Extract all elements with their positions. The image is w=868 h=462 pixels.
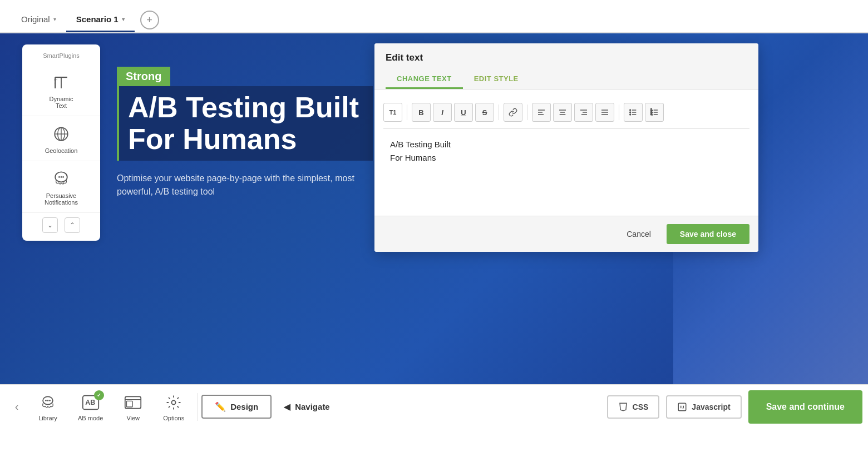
- modal-tabs: CHANGE TEXT EDIT STYLE: [386, 70, 747, 89]
- svg-point-37: [45, 400, 47, 401]
- editor-toolbar: T1 B I U S: [383, 98, 749, 129]
- align-left-button[interactable]: [532, 103, 551, 122]
- modal-title: Edit text: [386, 52, 747, 63]
- options-tool[interactable]: Options: [153, 388, 194, 426]
- options-label: Options: [163, 415, 184, 421]
- javascript-label: Javascript: [692, 403, 730, 411]
- pencil-icon: ✏️: [215, 401, 226, 412]
- canvas-area: SmartPlugins T DynamicText: [0, 33, 868, 384]
- plus-icon: +: [146, 14, 152, 26]
- ordered-list-button[interactable]: 1.2.3.: [645, 103, 664, 122]
- modal-overlay: Edit text CHANGE TEXT EDIT STYLE T1: [0, 33, 868, 384]
- view-label: View: [126, 415, 140, 421]
- svg-rect-46: [679, 403, 687, 411]
- svg-point-39: [49, 400, 51, 401]
- svg-point-27: [630, 110, 631, 111]
- view-tool[interactable]: View: [113, 388, 153, 426]
- edit-text-modal: Edit text CHANGE TEXT EDIT STYLE T1: [374, 43, 758, 252]
- library-icon: [38, 393, 58, 413]
- cancel-button[interactable]: Cancel: [618, 225, 660, 243]
- editor-content[interactable]: A/B Testing BuiltFor Humans: [383, 129, 749, 207]
- modal-header: Edit text CHANGE TEXT EDIT STYLE: [374, 43, 758, 90]
- navigate-label: Navigate: [295, 402, 330, 411]
- save-close-button[interactable]: Save and close: [667, 224, 749, 244]
- back-arrow-button[interactable]: ‹: [6, 390, 28, 424]
- toolbar-separator-1: [407, 105, 407, 120]
- options-icon: [164, 393, 184, 413]
- navigate-button[interactable]: ◀ Navigate: [272, 396, 342, 418]
- toolbar-separator-3: [527, 105, 527, 120]
- italic-button[interactable]: I: [433, 103, 452, 122]
- bottom-bar: ‹ Library AB ✓ AB mode: [0, 384, 868, 429]
- ab-mode-tool[interactable]: AB ✓ AB mode: [68, 388, 113, 426]
- toolbar-separator-2: [499, 105, 499, 120]
- underline-button[interactable]: U: [454, 103, 473, 122]
- javascript-button[interactable]: Javascript: [666, 395, 741, 419]
- css-label: CSS: [633, 403, 649, 411]
- toolbar-divider-1: [198, 393, 198, 421]
- navigate-arrow-icon: ◀: [284, 402, 290, 412]
- svg-point-38: [47, 400, 49, 401]
- add-scenario-button[interactable]: +: [140, 11, 159, 29]
- ab-mode-label: AB mode: [78, 415, 103, 421]
- design-button[interactable]: ✏️ Design: [201, 395, 272, 419]
- svg-point-29: [630, 114, 631, 115]
- scenario1-tab-arrow: ▾: [122, 16, 125, 22]
- svg-text:AB: AB: [85, 399, 95, 406]
- toolbar-separator-4: [619, 105, 619, 120]
- ab-mode-icon: AB ✓: [81, 393, 101, 413]
- unordered-list-button[interactable]: [624, 103, 643, 122]
- align-center-button[interactable]: [553, 103, 572, 122]
- svg-point-28: [630, 112, 631, 113]
- scenario1-tab[interactable]: Scenario 1 ▾: [66, 8, 135, 32]
- svg-text:3.: 3.: [650, 113, 653, 116]
- save-continue-button[interactable]: Save and continue: [748, 390, 862, 424]
- library-label: Library: [38, 415, 57, 421]
- align-right-button[interactable]: [574, 103, 593, 122]
- modal-body: T1 B I U S: [374, 90, 758, 216]
- justify-button[interactable]: [595, 103, 614, 122]
- design-label: Design: [230, 402, 258, 411]
- javascript-icon: [677, 402, 687, 412]
- text-size-button[interactable]: T1: [383, 103, 402, 122]
- original-tab[interactable]: Original ▾: [11, 8, 66, 32]
- bottom-right-group: CSS Javascript Save and continue: [607, 390, 862, 424]
- scenario1-tab-label: Scenario 1: [76, 14, 119, 24]
- original-tab-label: Original: [21, 14, 50, 24]
- svg-point-45: [172, 400, 176, 404]
- css-button[interactable]: CSS: [607, 395, 660, 419]
- link-button[interactable]: [504, 103, 522, 122]
- modal-footer: Cancel Save and close: [374, 216, 758, 252]
- top-nav: Original ▾ Scenario 1 ▾ +: [0, 0, 868, 33]
- tab-change-text[interactable]: CHANGE TEXT: [386, 70, 463, 89]
- css-icon: [618, 402, 628, 412]
- view-icon: [123, 393, 143, 413]
- tab-edit-style[interactable]: EDIT STYLE: [463, 70, 530, 89]
- strikethrough-button[interactable]: S: [475, 103, 494, 122]
- svg-rect-44: [127, 401, 133, 407]
- original-tab-arrow: ▾: [53, 16, 56, 22]
- library-tool[interactable]: Library: [28, 388, 68, 426]
- bold-button[interactable]: B: [412, 103, 431, 122]
- ab-mode-badge: ✓: [94, 390, 104, 400]
